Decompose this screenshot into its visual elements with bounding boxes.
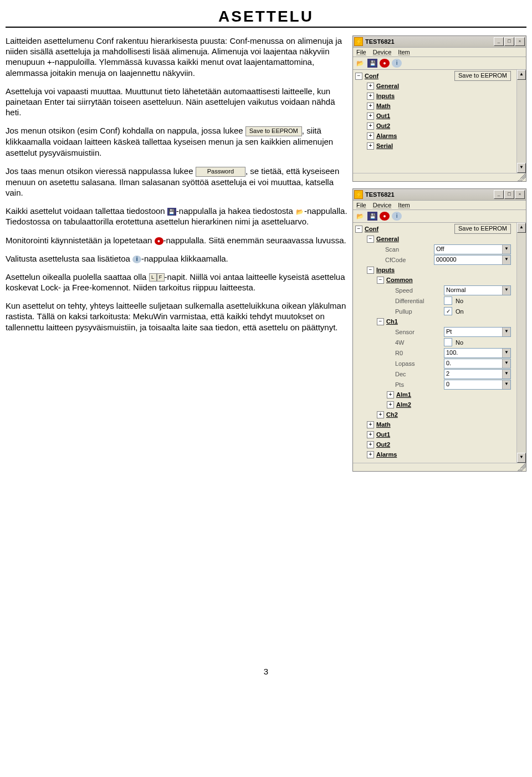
free-button[interactable]: F — [157, 273, 165, 282]
tree-node-alm2[interactable]: Alm2 — [396, 401, 412, 408]
tree-node-math[interactable]: Math — [376, 103, 391, 109]
toolbar-monitor-icon[interactable]: ● — [380, 59, 390, 68]
statusbar — [353, 463, 526, 471]
close-button[interactable]: × — [515, 37, 525, 46]
expander-plus[interactable]: + — [387, 401, 394, 408]
checkbox-differential[interactable] — [444, 297, 452, 305]
app-icon: ⚡ — [354, 190, 363, 199]
dropdown-value: Normal — [444, 286, 502, 295]
menu-device[interactable]: Device — [373, 202, 392, 208]
scroll-up-button[interactable]: ▲ — [517, 223, 526, 233]
expander-minus[interactable]: − — [377, 318, 384, 325]
tree-node-ch1[interactable]: Ch1 — [386, 318, 398, 325]
expander-plus[interactable]: + — [367, 441, 374, 448]
dropdown-cfcode[interactable]: 000000▼ — [434, 255, 511, 265]
scroll-down-button[interactable]: ▼ — [517, 453, 526, 463]
expander-minus[interactable]: − — [367, 236, 374, 243]
toolbar-info-icon[interactable]: i — [392, 59, 402, 68]
menu-file[interactable]: File — [356, 49, 366, 55]
dropdown-dec[interactable]: 2▼ — [444, 369, 511, 379]
expander-plus[interactable]: + — [367, 93, 374, 100]
save-to-eeprom-button[interactable]: Save to EEPROM — [454, 224, 511, 234]
expander-plus[interactable]: + — [377, 411, 384, 418]
field-label-dec: Dec — [355, 371, 444, 377]
titlebar[interactable]: ⚡ TEST6821 _ □ × — [353, 189, 526, 201]
tree-node-conf[interactable]: Conf — [364, 226, 379, 232]
tree-node-math[interactable]: Math — [376, 421, 391, 428]
save-to-eeprom-button[interactable]: Save to EEPROM — [454, 71, 511, 81]
text-run: Jos taas menun otsikon vieressä nappulas… — [6, 166, 196, 176]
tree-node-out2[interactable]: Out2 — [376, 441, 391, 448]
dropdown-value: 0. — [444, 359, 502, 368]
tree-node-out1[interactable]: Out1 — [376, 113, 391, 119]
password-button[interactable]: Password — [196, 167, 245, 177]
toolbar-open-icon[interactable]: 📂 — [355, 59, 365, 68]
text-run: -nappulaa klikkaamalla. — [141, 254, 228, 263]
expander-plus[interactable]: + — [367, 142, 374, 150]
toolbar-info-icon[interactable]: i — [392, 212, 402, 221]
field-label-speed: Speed — [355, 287, 444, 294]
toolbar-open-icon[interactable]: 📂 — [355, 212, 365, 221]
scroll-down-button[interactable]: ▼ — [517, 163, 526, 173]
expander-plus[interactable]: + — [367, 132, 374, 140]
dropdown-lopass[interactable]: 0.▼ — [444, 359, 511, 369]
tree-node-out2[interactable]: Out2 — [376, 122, 391, 129]
tree-node-inputs[interactable]: Inputs — [376, 93, 395, 99]
dropdown-scan[interactable]: Off▼ — [434, 244, 511, 254]
tree-node-general[interactable]: General — [376, 236, 400, 242]
tree-node-common[interactable]: Common — [386, 277, 413, 283]
tree-node-general[interactable]: General — [376, 83, 400, 89]
expander-minus[interactable]: − — [367, 267, 374, 274]
scroll-up-button[interactable]: ▲ — [517, 70, 526, 80]
tree-node-out1[interactable]: Out1 — [376, 431, 391, 438]
titlebar[interactable]: ⚡ TEST6821 _ □ × — [353, 36, 526, 48]
menu-item[interactable]: Item — [398, 202, 410, 208]
resize-grip[interactable] — [517, 173, 526, 181]
dropdown-r0[interactable]: 100.▼ — [444, 348, 511, 358]
maximize-button[interactable]: □ — [504, 190, 514, 199]
expander-plus[interactable]: + — [367, 451, 374, 458]
maximize-button[interactable]: □ — [504, 37, 514, 46]
tree-node-serial[interactable]: Serial — [376, 142, 393, 149]
toolbar-monitor-icon[interactable]: ● — [380, 212, 390, 221]
expander-plus[interactable]: + — [367, 431, 374, 438]
resize-grip[interactable] — [517, 463, 526, 471]
toolbar-save-icon[interactable]: 💾 — [367, 212, 377, 221]
expander-minus[interactable]: − — [377, 277, 384, 284]
menu-file[interactable]: File — [356, 202, 366, 208]
checkbox-pullup[interactable]: ✓ — [444, 307, 452, 315]
close-button[interactable]: × — [515, 190, 525, 199]
statusbar — [353, 173, 526, 181]
toolbar-save-icon[interactable]: 💾 — [367, 59, 377, 68]
expander-plus[interactable]: + — [387, 391, 394, 398]
dropdown-pts[interactable]: 0▼ — [444, 380, 511, 390]
tree-node-ch2[interactable]: Ch2 — [386, 411, 398, 418]
tree-node-inputs[interactable]: Inputs — [376, 267, 395, 273]
dropdown-value: Pt — [444, 328, 502, 336]
checkbox-4w[interactable] — [444, 338, 452, 346]
minimize-button[interactable]: _ — [494, 190, 504, 199]
tree-node-conf[interactable]: Conf — [364, 73, 379, 79]
lock-button[interactable]: L — [149, 273, 157, 282]
minimize-button[interactable]: _ — [494, 37, 504, 46]
text-run: -nappulalla. Siitä enemmän seuraavassa l… — [163, 236, 346, 245]
tree-node-alarms[interactable]: Alarms — [376, 132, 397, 139]
scrollbar[interactable]: ▲ ▼ — [516, 70, 526, 173]
expander-plus[interactable]: + — [367, 421, 374, 428]
tree-node-alm1[interactable]: Alm1 — [396, 391, 412, 398]
scrollbar[interactable]: ▲ ▼ — [516, 223, 526, 463]
expander-plus[interactable]: + — [367, 113, 374, 120]
tree-node-alarms[interactable]: Alarms — [376, 451, 397, 458]
save-to-eeprom-button[interactable]: Save to EEPROM — [245, 126, 302, 136]
dropdown-sensor[interactable]: Pt▼ — [444, 327, 511, 337]
expander-plus[interactable]: + — [367, 122, 374, 130]
expander-plus[interactable]: + — [367, 103, 374, 110]
expander-minus[interactable]: − — [355, 73, 362, 80]
menu-item[interactable]: Item — [398, 49, 410, 55]
chevron-down-icon: ▼ — [502, 349, 510, 357]
paragraph: Kun asettelut on tehty, yhteys laitteell… — [6, 300, 349, 333]
expander-minus[interactable]: − — [355, 226, 362, 233]
dropdown-speed[interactable]: Normal▼ — [444, 285, 511, 295]
expander-plus[interactable]: + — [367, 83, 374, 90]
menu-device[interactable]: Device — [373, 49, 392, 55]
